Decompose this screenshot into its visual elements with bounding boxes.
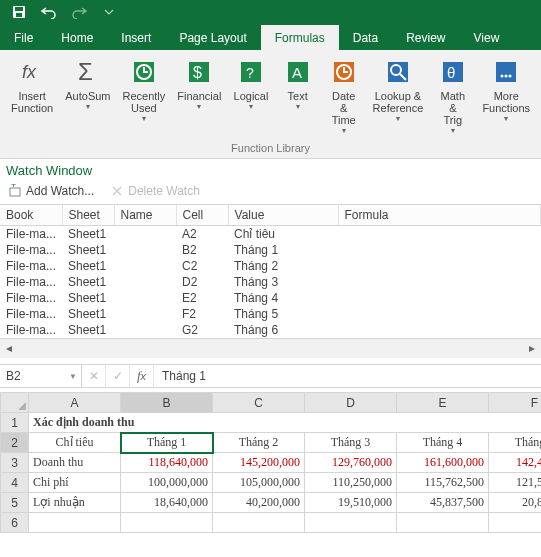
customize-qat-button[interactable] <box>96 1 122 23</box>
row-header-1[interactable]: 1 <box>1 413 29 433</box>
tab-page-layout[interactable]: Page Layout <box>165 25 260 50</box>
cell-B6[interactable] <box>121 513 213 533</box>
cell-A4[interactable]: Chi phí <box>29 473 121 493</box>
watch-col-value[interactable]: Value <box>228 205 338 226</box>
cell-F4[interactable]: 121,550,625 <box>489 473 542 493</box>
cell-A2[interactable]: Chỉ tiêu <box>29 433 121 453</box>
watch-row[interactable]: File-ma...Sheet1B2Tháng 1 <box>0 242 541 258</box>
logical-icon: ? <box>235 56 267 88</box>
cell-D4[interactable]: 110,250,000 <box>305 473 397 493</box>
add-watch-button[interactable]: + Add Watch... <box>4 182 98 200</box>
cell-C3[interactable]: 145,200,000 <box>213 453 305 473</box>
text-button[interactable]: AText▾ <box>278 54 318 138</box>
col-header-C[interactable]: C <box>213 393 305 413</box>
cell-D3[interactable]: 129,760,000 <box>305 453 397 473</box>
delete-watch-button: Delete Watch <box>106 182 204 200</box>
watch-col-sheet[interactable]: Sheet <box>62 205 114 226</box>
watch-row[interactable]: File-ma...Sheet1A2Chỉ tiêu <box>0 226 541 243</box>
cell-B2[interactable]: Tháng 1 <box>121 433 213 453</box>
cell-B3[interactable]: 118,640,000 <box>121 453 213 473</box>
cell-D6[interactable] <box>305 513 397 533</box>
watch-col-cell[interactable]: Cell <box>176 205 228 226</box>
name-box[interactable]: B2 ▼ <box>0 365 82 387</box>
insert-function-fx-button[interactable]: fx <box>130 365 154 387</box>
insert-function-button[interactable]: fxInsert Function <box>8 54 56 138</box>
cell-A1[interactable]: Xác định doanh thu <box>29 413 542 433</box>
logical-button[interactable]: ?Logical▾ <box>230 54 271 138</box>
cell-F2[interactable]: Tháng 5 <box>489 433 542 453</box>
watch-row[interactable]: File-ma...Sheet1F2Tháng 5 <box>0 306 541 322</box>
date-time-button[interactable]: Date & Time▾ <box>324 54 364 138</box>
redo-button[interactable] <box>66 1 92 23</box>
cell-D5[interactable]: 19,510,000 <box>305 493 397 513</box>
watch-row[interactable]: File-ma...Sheet1G2Tháng 6 <box>0 322 541 338</box>
save-button[interactable] <box>6 1 32 23</box>
cell-D2[interactable]: Tháng 3 <box>305 433 397 453</box>
col-header-D[interactable]: D <box>305 393 397 413</box>
insert-function-icon: fx <box>16 56 48 88</box>
more-functions-icon <box>490 56 522 88</box>
row-header-2[interactable]: 2 <box>1 433 29 453</box>
cell-A3[interactable]: Doanh thu <box>29 453 121 473</box>
more-functions-button[interactable]: More Functions▾ <box>479 54 533 138</box>
redo-icon <box>71 5 87 19</box>
cell-C5[interactable]: 40,200,000 <box>213 493 305 513</box>
cell-C4[interactable]: 105,000,000 <box>213 473 305 493</box>
cell-A6[interactable] <box>29 513 121 533</box>
col-header-F[interactable]: F <box>489 393 542 413</box>
watch-window-scrollbar[interactable]: ◂ ▸ <box>0 338 541 358</box>
cell-F6[interactable] <box>489 513 542 533</box>
watch-row[interactable]: File-ma...Sheet1D2Tháng 3 <box>0 274 541 290</box>
chevron-down-icon: ▾ <box>504 115 508 124</box>
tab-data[interactable]: Data <box>339 25 392 50</box>
formula-input[interactable]: Tháng 1 <box>154 365 541 387</box>
chevron-down-icon: ▾ <box>396 115 400 124</box>
autosum-button[interactable]: ΣAutoSum▾ <box>62 54 113 138</box>
watch-col-formula[interactable]: Formula <box>338 205 540 226</box>
tab-file[interactable]: File <box>0 25 47 50</box>
select-all-corner[interactable] <box>1 393 29 413</box>
cell-E3[interactable]: 161,600,000 <box>397 453 489 473</box>
svg-point-21 <box>505 75 508 78</box>
tab-home[interactable]: Home <box>47 25 107 50</box>
row-header-4[interactable]: 4 <box>1 473 29 493</box>
watch-row[interactable]: File-ma...Sheet1E2Tháng 4 <box>0 290 541 306</box>
cell-E2[interactable]: Tháng 4 <box>397 433 489 453</box>
cell-C6[interactable] <box>213 513 305 533</box>
watch-row[interactable]: File-ma...Sheet1C2Tháng 2 <box>0 258 541 274</box>
col-header-B[interactable]: B <box>121 393 213 413</box>
math-trig-button[interactable]: θMath & Trig▾ <box>432 54 473 138</box>
autosum-icon: Σ <box>72 56 104 88</box>
col-header-A[interactable]: A <box>29 393 121 413</box>
row-header-3[interactable]: 3 <box>1 453 29 473</box>
tab-view[interactable]: View <box>460 25 514 50</box>
cell-A5[interactable]: Lợi nhuận <box>29 493 121 513</box>
cell-E5[interactable]: 45,837,500 <box>397 493 489 513</box>
col-header-E[interactable]: E <box>397 393 489 413</box>
scroll-left-button[interactable]: ◂ <box>0 339 18 357</box>
cell-E4[interactable]: 115,762,500 <box>397 473 489 493</box>
financial-button[interactable]: $Financial▾ <box>174 54 224 138</box>
scroll-right-button[interactable]: ▸ <box>523 339 541 357</box>
svg-text:Σ: Σ <box>78 58 93 85</box>
svg-rect-1 <box>15 7 23 11</box>
watch-col-book[interactable]: Book <box>0 205 62 226</box>
row-header-6[interactable]: 6 <box>1 513 29 533</box>
watch-col-name[interactable]: Name <box>114 205 176 226</box>
undo-button[interactable] <box>36 1 62 23</box>
lookup-reference-button[interactable]: Lookup & Reference▾ <box>370 54 426 138</box>
tab-review[interactable]: Review <box>392 25 459 50</box>
recently-used-button[interactable]: Recently Used▾ <box>119 54 168 138</box>
chevron-down-icon: ▼ <box>69 372 77 381</box>
tab-insert[interactable]: Insert <box>107 25 165 50</box>
cell-E6[interactable] <box>397 513 489 533</box>
cell-F3[interactable]: 142,400,000 <box>489 453 542 473</box>
tab-formulas[interactable]: Formulas <box>261 25 339 50</box>
chevron-down-icon: ▾ <box>142 115 146 124</box>
cell-F5[interactable]: 20,849,375 <box>489 493 542 513</box>
cell-C2[interactable]: Tháng 2 <box>213 433 305 453</box>
row-header-5[interactable]: 5 <box>1 493 29 513</box>
cell-B4[interactable]: 100,000,000 <box>121 473 213 493</box>
spreadsheet-grid[interactable]: ABCDEF 1Xác định doanh thu2Chỉ tiêuTháng… <box>0 392 541 533</box>
cell-B5[interactable]: 18,640,000 <box>121 493 213 513</box>
